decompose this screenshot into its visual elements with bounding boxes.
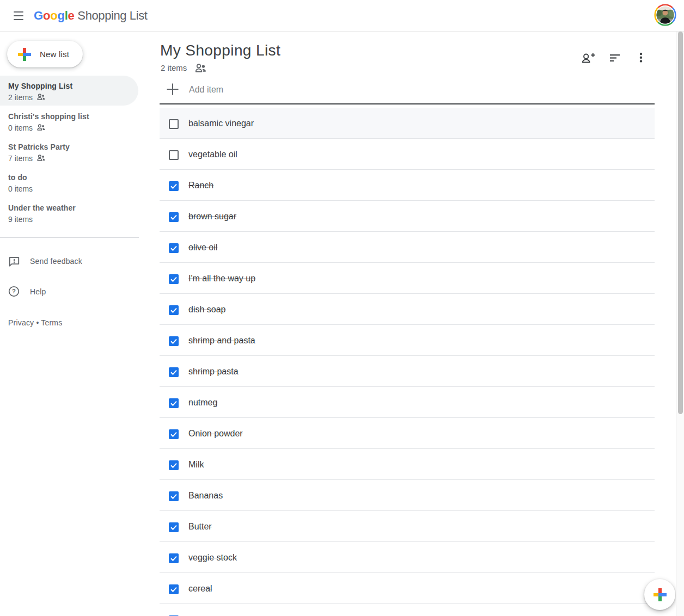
svg-text:?: ? (12, 288, 16, 294)
